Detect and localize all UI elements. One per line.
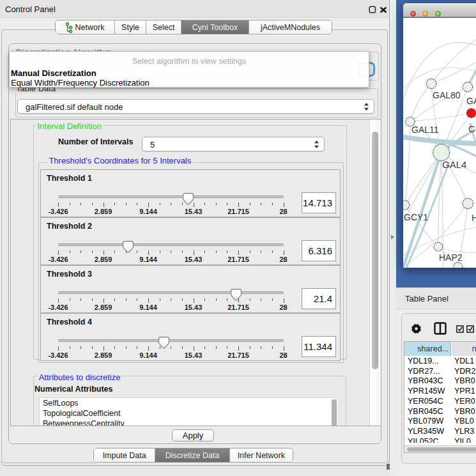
svg-text:GAL80: GAL80 bbox=[433, 90, 461, 100]
svg-text:GAL4: GAL4 bbox=[442, 159, 466, 170]
svg-text:GAL11: GAL11 bbox=[411, 125, 439, 135]
svg-text:H: H bbox=[472, 213, 476, 223]
svg-text:C: C bbox=[468, 124, 475, 134]
svg-text:HAP2: HAP2 bbox=[439, 252, 463, 263]
svg-text:GCY1: GCY1 bbox=[404, 212, 428, 222]
svg-text:GAL3: GAL3 bbox=[466, 96, 476, 106]
